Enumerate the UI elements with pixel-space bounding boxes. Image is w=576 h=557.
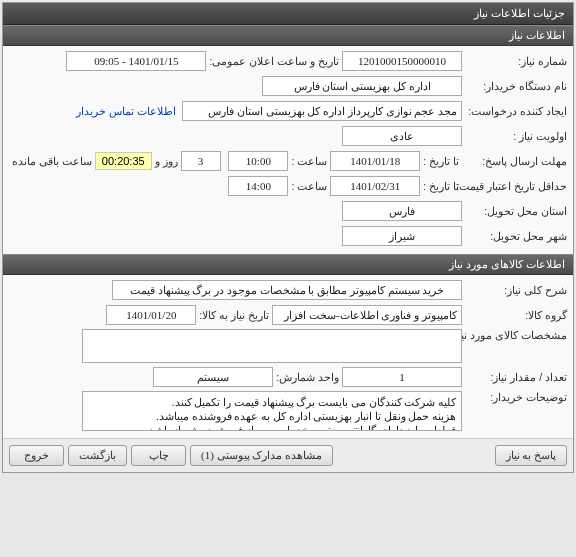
countdown-timer: 00:20:35: [95, 152, 152, 170]
label-priority: اولویت نیاز :: [462, 130, 567, 142]
field-unit[interactable]: [153, 367, 273, 387]
field-buyer[interactable]: [262, 76, 462, 96]
label-validity: حداقل تاریخ اعتبار قیمت:: [462, 180, 567, 192]
row-specs: مشخصات کالای مورد نیاز:: [9, 329, 567, 363]
label-validity-time: ساعت :: [291, 180, 327, 192]
field-group[interactable]: [272, 305, 462, 325]
row-province: استان محل تحویل:: [9, 200, 567, 222]
section-need-info-header: اطلاعات نیاز: [3, 25, 573, 46]
button-bar: پاسخ به نیاز مشاهده مدارک پیوستی (1) چاپ…: [3, 438, 573, 472]
field-requester[interactable]: [182, 101, 462, 121]
row-notes: توضیحات خریدار:: [9, 391, 567, 431]
field-qty[interactable]: [342, 367, 462, 387]
field-need-date[interactable]: [106, 305, 196, 325]
respond-button[interactable]: پاسخ به نیاز: [495, 445, 568, 466]
section-goods-title: اطلاعات کالاهای مورد نیاز: [449, 258, 565, 270]
row-requester: ایجاد کننده درخواست: اطلاعات تماس خریدار: [9, 100, 567, 122]
label-remaining-suffix: ساعت باقی مانده: [12, 155, 92, 167]
field-notes[interactable]: [82, 391, 462, 431]
field-desc[interactable]: [112, 280, 462, 300]
label-requester: ایجاد کننده درخواست:: [462, 105, 567, 117]
field-announce[interactable]: [66, 51, 206, 71]
field-need-number[interactable]: [342, 51, 462, 71]
field-province[interactable]: [342, 201, 462, 221]
row-deadline: مهلت ارسال پاسخ: تا تاریخ : ساعت : روز و…: [9, 150, 567, 172]
field-priority[interactable]: [342, 126, 462, 146]
back-button[interactable]: بازگشت: [68, 445, 127, 466]
label-deadline-time: ساعت :: [291, 155, 327, 167]
need-info-body: شماره نیاز: تاریخ و ساعت اعلان عمومی: نا…: [3, 46, 573, 254]
row-validity: حداقل تاریخ اعتبار قیمت: تا تاریخ : ساعت…: [9, 175, 567, 197]
field-validity-time[interactable]: [228, 176, 288, 196]
row-buyer: نام دستگاه خریدار:: [9, 75, 567, 97]
label-desc: شرح کلی نیاز:: [462, 284, 567, 296]
window-title: جزئیات اطلاعات نیاز: [474, 7, 565, 19]
label-notes: توضیحات خریدار:: [462, 391, 567, 403]
label-deadline-to: تا تاریخ :: [423, 155, 459, 167]
row-desc: شرح کلی نیاز:: [9, 279, 567, 301]
field-remaining-days[interactable]: [181, 151, 221, 171]
section-goods-header: اطلاعات کالاهای مورد نیاز: [3, 254, 573, 275]
label-buyer: نام دستگاه خریدار:: [462, 80, 567, 92]
field-city[interactable]: [342, 226, 462, 246]
label-need-number: شماره نیاز:: [462, 55, 567, 67]
section-need-info-title: اطلاعات نیاز: [509, 29, 565, 41]
label-group: گروه کالا:: [462, 309, 567, 321]
goods-info-body: شرح کلی نیاز: گروه کالا: تاریخ نیاز به ک…: [3, 275, 573, 438]
field-validity-date[interactable]: [330, 176, 420, 196]
row-qty: تعداد / مقدار نیاز: واحد شمارش:: [9, 366, 567, 388]
field-deadline-date[interactable]: [330, 151, 420, 171]
label-province: استان محل تحویل:: [462, 205, 567, 217]
label-need-date: تاریخ نیاز به کالا:: [199, 309, 269, 321]
row-group: گروه کالا: تاریخ نیاز به کالا:: [9, 304, 567, 326]
label-deadline: مهلت ارسال پاسخ:: [462, 155, 567, 167]
link-contact-buyer[interactable]: اطلاعات تماس خریدار: [76, 105, 176, 117]
field-specs[interactable]: [82, 329, 462, 363]
row-need-number: شماره نیاز: تاریخ و ساعت اعلان عمومی:: [9, 50, 567, 72]
field-deadline-time[interactable]: [228, 151, 288, 171]
label-specs: مشخصات کالای مورد نیاز:: [462, 329, 567, 341]
label-unit: واحد شمارش:: [276, 371, 339, 383]
attachments-button[interactable]: مشاهده مدارک پیوستی (1): [190, 445, 333, 466]
row-priority: اولویت نیاز :: [9, 125, 567, 147]
row-city: شهر محل تحویل:: [9, 225, 567, 247]
exit-button[interactable]: خروج: [9, 445, 64, 466]
label-announce: تاریخ و ساعت اعلان عمومی:: [209, 55, 339, 67]
label-city: شهر محل تحویل:: [462, 230, 567, 242]
label-days: روز و: [155, 155, 178, 167]
window-titlebar: جزئیات اطلاعات نیاز: [3, 3, 573, 25]
label-qty: تعداد / مقدار نیاز:: [462, 371, 567, 383]
print-button[interactable]: چاپ: [131, 445, 186, 466]
label-validity-to: تا تاریخ :: [423, 180, 459, 192]
details-window: جزئیات اطلاعات نیاز اطلاعات نیاز شماره ن…: [2, 2, 574, 473]
